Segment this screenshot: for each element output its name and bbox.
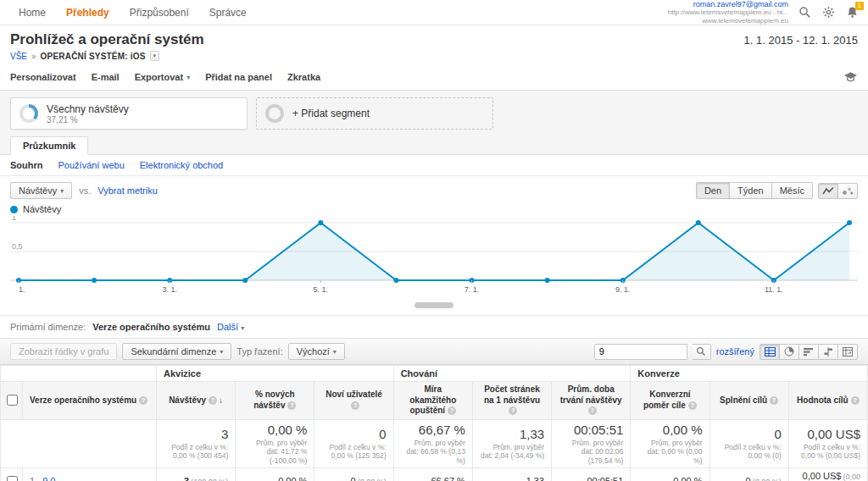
view-comparison-icon[interactable]	[818, 344, 838, 360]
dimension-column-header[interactable]: Verze operačního systému?	[23, 382, 157, 420]
primary-dimension-label: Primární dimenze:	[10, 322, 86, 332]
svg-text:1.: 1.	[19, 285, 25, 294]
segment-donut-icon	[19, 104, 38, 123]
advanced-search-link[interactable]: rozšířený	[716, 346, 754, 357]
table-controls: Zobrazit řádky v grafu Sekundární dimenz…	[0, 338, 868, 365]
gear-icon[interactable]	[821, 5, 836, 20]
subtab-elektronicky-obchod[interactable]: Elektronický obchod	[140, 160, 223, 170]
cell-value: 0	[746, 476, 751, 481]
cell-mira-okamziteho-opusteni: 66,67 %	[393, 468, 472, 481]
plot-rows-button[interactable]: Zobrazit řádky v grafu	[10, 343, 117, 360]
cell-value: 3	[184, 476, 189, 481]
granularity-mesic[interactable]: Měsíc	[771, 182, 813, 199]
toolbar-exportovat[interactable]: Exportovat▾	[135, 72, 190, 82]
cell-value: 0,00 %	[673, 476, 702, 481]
metric-header-prum-doba-trvani-navstevy[interactable]: Prům. doba trvání návštěvy?	[552, 382, 631, 420]
sort-type-button[interactable]: Výchozí ▾	[288, 343, 345, 360]
metric-header-konverzni-pomer-cile[interactable]: Konverzní poměr cíle?	[631, 382, 709, 420]
select-metric-link[interactable]: Vybrat metriku	[97, 185, 158, 196]
help-icon[interactable]: ?	[688, 401, 697, 410]
summary-novych-navstev: 0,00 %Prům. pro výběr dat: 41,72 % (-100…	[236, 419, 314, 468]
nav-item-prizpusobeni[interactable]: Přizpůsobení	[120, 0, 199, 25]
toolbar-personalizovat[interactable]: Personalizovat	[10, 72, 76, 82]
add-segment-donut-icon	[265, 104, 284, 123]
metric-header-novych-navstev[interactable]: % nových návštěv?	[236, 382, 314, 420]
cell-novi-uzivatele: 0(0,00 %)	[314, 468, 393, 481]
summary-value: 0	[321, 427, 386, 441]
breadcrumb: VŠE » OPERAČNÍ SYSTÉM: iOS ▾	[0, 48, 868, 66]
segment-all-visits[interactable]: Všechny návštěvy 37,21 %	[10, 97, 248, 130]
help-icon[interactable]: ?	[851, 396, 860, 405]
summary-note: Podíl z celku v %: 0,00 % (0,00 US$)	[796, 443, 860, 461]
explorer-panel: SouhrnPoužívání webuElektronický obchod …	[0, 154, 868, 308]
chart-scroll-handle[interactable]	[415, 302, 453, 308]
primary-dimension-value[interactable]: Verze operačního systému	[92, 322, 210, 332]
help-icon[interactable]: ?	[209, 396, 217, 405]
tab-explorer[interactable]: Průzkumník	[10, 136, 88, 155]
view-percentage-icon[interactable]	[779, 344, 799, 360]
help-icon[interactable]: ?	[351, 401, 359, 410]
select-all-checkbox[interactable]	[7, 395, 18, 406]
cell-note: (0,00 %)	[358, 478, 387, 481]
granularity-den[interactable]: Den	[696, 182, 730, 199]
toolbar-e-mail[interactable]: E-mail	[92, 72, 120, 82]
breadcrumb-all-link[interactable]: VŠE	[10, 52, 27, 61]
chart-line-button[interactable]	[818, 183, 838, 199]
nav-item-home[interactable]: Home	[8, 0, 56, 25]
metric-header-mira-okamziteho-opusteni[interactable]: Míra okamžitého opuštění?	[393, 382, 472, 420]
dimension-value-link[interactable]: 9.0	[42, 476, 55, 481]
metric-header-navstevy[interactable]: Návštěvy?↓	[157, 382, 236, 420]
toolbar-zkratka[interactable]: Zkratka	[287, 72, 320, 82]
secondary-dimension-button[interactable]: Sekundární dimenze ▾	[122, 343, 231, 360]
account-email[interactable]: roman.zavrel97@gmail.com	[668, 0, 788, 8]
account-info[interactable]: roman.zavrel97@gmail.com http://www.lete…	[668, 0, 788, 25]
bell-icon[interactable]: 1	[844, 5, 860, 20]
metric-header-novi-uzivatele[interactable]: Noví uživatelé?	[314, 382, 393, 420]
sort-desc-icon[interactable]: ↓	[219, 395, 223, 405]
row-checkbox[interactable]	[7, 476, 18, 481]
svg-text:7. 1.: 7. 1.	[465, 285, 480, 294]
subtab-pouzivani-webu[interactable]: Používání webu	[58, 160, 125, 170]
help-icon[interactable]: ?	[770, 396, 778, 405]
primary-dimension-bar: Primární dimenze: Verze operačního systé…	[0, 315, 868, 338]
chevron-down-icon: ▾	[220, 348, 223, 356]
add-segment-button[interactable]: + Přidat segment	[256, 97, 493, 130]
granularity-tyden[interactable]: Týden	[729, 182, 772, 199]
metric-header-splneni-cilu[interactable]: Splnění cílů?	[709, 382, 788, 420]
date-range-selector[interactable]: 1. 1. 2015 - 12. 1. 2015	[744, 31, 858, 47]
explorer-tabs-row: Průzkumník	[10, 136, 858, 154]
metric-header-pocet-stranek-na-1-navstevu[interactable]: Počet stránek na 1 návštěvu?	[472, 382, 551, 420]
help-icon[interactable]: ?	[448, 406, 456, 415]
search-icon[interactable]	[797, 5, 812, 20]
toolbar-pridat-na-panel[interactable]: Přidat na panel	[205, 72, 272, 82]
top-navigation: HomePřehledyPřizpůsobeníSprávce roman.za…	[0, 0, 868, 25]
summary-navstevy: 3Podíl z celku v %: 0,00 % (300 454)	[157, 419, 236, 468]
segment-value: 37,21 %	[47, 115, 129, 124]
segment-dropdown-button[interactable]: ▾	[150, 51, 160, 61]
summary-note: Podíl z celku v %: 0,00 % (0)	[717, 443, 782, 461]
help-icon[interactable]: ?	[287, 401, 296, 410]
chart-motion-button[interactable]	[837, 183, 858, 199]
view-pivot-icon[interactable]	[837, 344, 858, 360]
cell-value: 0	[351, 476, 356, 481]
svg-text:9. 1.: 9. 1.	[615, 285, 631, 294]
more-dimensions-link[interactable]: Další ▾	[217, 322, 244, 332]
insights-icon[interactable]	[843, 69, 858, 85]
cell-note: (0,00 %)	[843, 473, 860, 481]
summary-note: Prům. pro výběr dat: 00:02:06 (179,54 %)	[559, 439, 623, 466]
help-icon[interactable]: ?	[509, 406, 517, 415]
summary-value: 1,33	[480, 427, 544, 441]
help-icon[interactable]: ?	[139, 396, 147, 405]
help-icon[interactable]: ?	[588, 406, 597, 415]
view-performance-icon[interactable]	[798, 344, 819, 360]
table-search-input[interactable]	[594, 344, 687, 360]
metric-select-button[interactable]: Návštěvy ▾	[10, 182, 72, 199]
table-search-icon[interactable]	[693, 344, 711, 360]
secondary-dimension-label: Sekundární dimenze	[131, 346, 216, 357]
nav-item-spravce[interactable]: Správce	[199, 0, 257, 25]
summary-mira-okamziteho-opusteni: 66,67 %Prům. pro výběr dat: 66,58 % (0,1…	[393, 419, 472, 468]
nav-item-prehledy[interactable]: Přehledy	[56, 0, 120, 25]
subtab-souhrn[interactable]: Souhrn	[10, 160, 43, 170]
view-table-icon[interactable]	[760, 344, 780, 360]
metric-header-hodnota-cilu[interactable]: Hodnota cílů?	[788, 382, 867, 420]
